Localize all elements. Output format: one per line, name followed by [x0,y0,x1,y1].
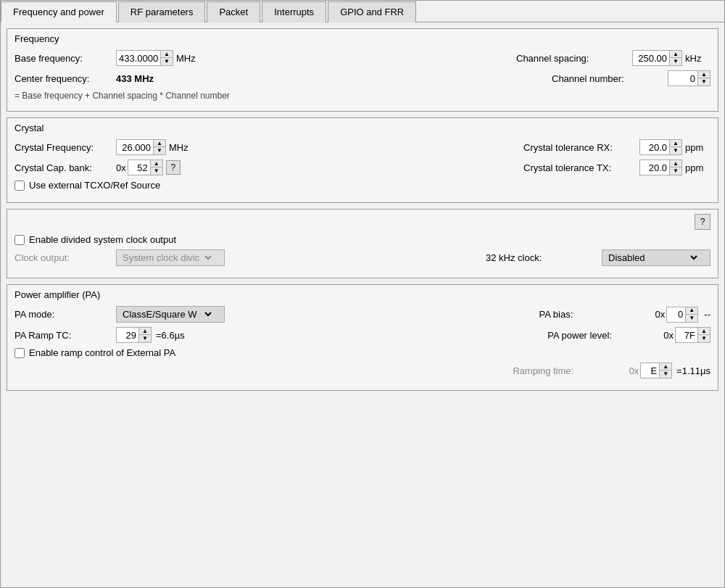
base-frequency-input[interactable] [117,52,160,65]
channel-spacing-up-btn[interactable]: ▲ [670,51,682,58]
channel-spacing-input[interactable] [633,52,669,65]
pa-power-down-btn[interactable]: ▼ [698,335,710,342]
crystal-tolerance-tx-down-btn[interactable]: ▼ [670,167,682,175]
crystal-tolerance-tx-up-btn[interactable]: ▲ [670,160,682,167]
channel-number-spinbox[interactable]: ▲ ▼ [668,70,710,86]
frequency-section: Frequency Base frequency: ▲ ▼ MHz Channe… [7,28,718,112]
crystal-cap-prefix: 0x [116,162,126,173]
channel-spacing-label: Channel spacing: [516,53,632,64]
crystal-tolerance-rx-label: Crystal tolerance RX: [523,142,639,153]
center-frequency-row: Center frequency: 433 MHz Channel number… [14,70,710,86]
tab-interrupts[interactable]: Interrupts [262,1,326,22]
crystal-section-title: Crystal [14,123,710,133]
crystal-tolerance-rx-spinbox[interactable]: ▲ ▼ [639,139,682,155]
crystal-frequency-input[interactable] [117,141,153,154]
formula-text: = Base frequency + Channel spacing * Cha… [14,91,710,101]
crystal-frequency-unit: MHz [169,142,194,153]
crystal-tolerance-tx-input[interactable] [640,162,669,174]
enable-divided-label: Enable divided system clock output [29,234,176,245]
channel-spacing-unit: kHz [685,53,710,64]
clock-question-btn[interactable]: ? [695,214,710,230]
crystal-cap-spinbox[interactable]: ▲ ▼ [128,160,163,175]
channel-number-label: Channel number: [552,73,668,84]
pa-mode-dropdown[interactable]: ClassE/Square W [116,306,225,323]
base-frequency-label: Base frequency: [14,53,116,64]
channel-number-down-btn[interactable]: ▼ [698,78,710,86]
pa-bias-dashes: -- [704,309,710,320]
crystal-cap-up-btn[interactable]: ▲ [151,160,162,167]
crystal-tolerance-tx-spin-buttons: ▲ ▼ [669,160,682,175]
tab-frequency-and-power[interactable]: Frequency and power [1,1,117,22]
ramping-time-spinbox[interactable]: ▲ ▼ [640,363,672,378]
clock-32khz-select[interactable]: Disabled [605,252,700,264]
enable-divided-checkbox[interactable] [14,235,25,245]
channel-spacing-down-btn[interactable]: ▼ [670,58,682,65]
channel-spacing-spin-buttons: ▲ ▼ [669,51,682,65]
pa-power-input[interactable] [676,329,697,341]
crystal-tolerance-tx-spinbox[interactable]: ▲ ▼ [639,160,682,175]
crystal-tolerance-tx-unit: ppm [685,162,710,173]
clock-32khz-dropdown[interactable]: Disabled [602,249,710,266]
crystal-cap-question-btn[interactable]: ? [166,160,181,175]
crystal-frequency-down-btn[interactable]: ▼ [154,147,165,154]
pa-mode-select[interactable]: ClassE/Square W [120,308,214,320]
pa-ramp-tc-label: PA Ramp TC: [14,330,116,341]
pa-bias-spin-buttons: ▲ ▼ [685,307,697,322]
tab-gpio-and-frr[interactable]: GPIO and FRR [328,1,416,22]
crystal-frequency-spinbox[interactable]: ▲ ▼ [116,139,166,155]
pa-power-spin-buttons: ▲ ▼ [697,328,710,342]
pa-power-prefix: 0x [663,330,674,341]
crystal-tolerance-rx-down-btn[interactable]: ▼ [670,147,682,154]
base-frequency-spinbox[interactable]: ▲ ▼ [116,50,173,66]
channel-number-input[interactable] [668,73,697,85]
enable-ramp-row: Enable ramp control of External PA [14,347,710,358]
pa-power-up-btn[interactable]: ▲ [698,328,710,335]
crystal-frequency-spin-buttons: ▲ ▼ [153,140,165,154]
ramping-time-down-btn[interactable]: ▼ [660,370,671,378]
crystal-tolerance-tx-label: Crystal tolerance TX: [523,162,639,173]
channel-number-up-btn[interactable]: ▲ [698,71,710,78]
clock-output-select[interactable]: System clock divic [120,252,214,264]
pa-bias-down-btn[interactable]: ▼ [686,315,697,322]
channel-spacing-spinbox[interactable]: ▲ ▼ [632,50,682,66]
enable-ramp-label: Enable ramp control of External PA [29,347,175,358]
tcxo-checkbox-row: Use external TCXO/Ref Source [14,180,710,191]
crystal-frequency-row: Crystal Frequency: ▲ ▼ MHz Crystal toler… [14,139,710,155]
enable-ramp-checkbox[interactable] [14,348,25,358]
ramping-time-input[interactable] [641,365,659,377]
pa-ramp-tc-down-btn[interactable]: ▼ [139,335,151,342]
ramping-time-row: Ramping time: 0x ▲ ▼ =1.11µs [14,363,710,378]
pa-ramp-tc-equals: =6.6µs [156,330,185,341]
pa-bias-spinbox[interactable]: ▲ ▼ [666,307,698,323]
crystal-cap-down-btn[interactable]: ▼ [151,167,162,175]
crystal-frequency-up-btn[interactable]: ▲ [154,140,165,147]
ramping-time-up-btn[interactable]: ▲ [660,363,671,370]
tab-rf-parameters[interactable]: RF parameters [118,1,206,22]
base-frequency-up-btn[interactable]: ▲ [161,51,173,58]
pa-bias-input[interactable] [667,308,685,320]
crystal-tolerance-rx-input[interactable] [640,141,669,154]
clock-output-row: Clock output: System clock divic 32 kHz … [14,249,710,266]
tcxo-checkbox[interactable] [14,181,25,191]
crystal-cap-input[interactable] [128,162,150,174]
pa-bias-up-btn[interactable]: ▲ [686,307,697,315]
crystal-tolerance-rx-up-btn[interactable]: ▲ [670,140,682,147]
pa-power-spinbox[interactable]: ▲ ▼ [675,327,710,343]
question-btn-container: ? [14,214,710,230]
crystal-cap-row: Crystal Cap. bank: 0x ▲ ▼ ? Crystal tole… [14,160,710,175]
main-container: Frequency and power RF parameters Packet… [0,0,725,588]
pa-mode-label: PA mode: [14,309,116,320]
base-frequency-down-btn[interactable]: ▼ [161,58,173,65]
pa-section-title: Power amplifier (PA) [14,289,710,300]
pa-section: Power amplifier (PA) PA mode: ClassE/Squ… [7,284,718,391]
ramping-time-label: Ramping time: [513,365,629,376]
ramping-time-spin-buttons: ▲ ▼ [659,363,671,378]
crystal-section: Crystal Crystal Frequency: ▲ ▼ MHz Cryst… [7,117,718,203]
clock-output-dropdown[interactable]: System clock divic [116,249,225,266]
ramping-time-equals: =1.11µs [676,365,710,376]
tab-packet[interactable]: Packet [207,1,260,22]
pa-ramp-tc-up-btn[interactable]: ▲ [139,328,151,335]
crystal-frequency-label: Crystal Frequency: [14,142,116,153]
pa-ramp-tc-input[interactable] [117,329,138,341]
pa-ramp-tc-spinbox[interactable]: ▲ ▼ [116,327,152,343]
